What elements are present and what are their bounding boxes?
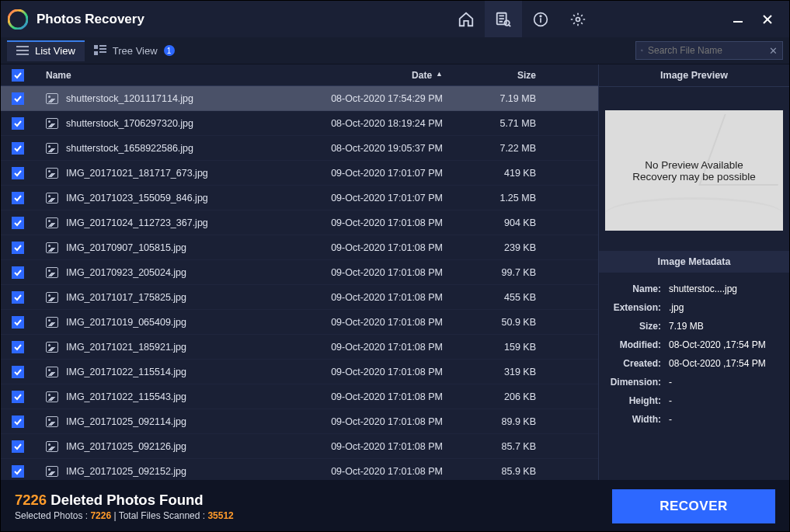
- tab-list-view[interactable]: List View: [7, 40, 85, 61]
- metadata-height: -: [669, 395, 781, 406]
- file-size: 85.7 KB: [466, 441, 552, 452]
- row-checkbox[interactable]: [12, 440, 24, 453]
- select-all-checkbox[interactable]: [12, 69, 24, 82]
- file-date: 09-Oct-2020 17:01:07 PM: [295, 168, 466, 179]
- file-name: IMG_20171023_155059_846.jpg: [66, 193, 208, 203]
- file-date: 09-Oct-2020 17:01:08 PM: [295, 267, 466, 278]
- recover-button[interactable]: RECOVER: [612, 489, 775, 523]
- table-row[interactable]: IMG_20171022_115514.jpg 09-Oct-2020 17:0…: [1, 360, 598, 384]
- table-row[interactable]: IMG_20170907_105815.jpg 09-Oct-2020 17:0…: [1, 235, 598, 260]
- table-row[interactable]: IMG_20171025_092126.jpg 09-Oct-2020 17:0…: [1, 434, 598, 459]
- image-file-icon: [46, 367, 58, 377]
- file-size: 904 KB: [466, 217, 552, 228]
- file-size: 99.7 KB: [466, 267, 552, 278]
- file-name: IMG_20171025_092152.jpg: [66, 466, 186, 477]
- search-clear-button[interactable]: ✕: [769, 45, 778, 57]
- row-checkbox[interactable]: [12, 416, 24, 428]
- file-name: IMG_20171025_092126.jpg: [66, 441, 186, 452]
- file-date: 09-Oct-2020 17:01:07 PM: [295, 193, 466, 203]
- scan-results-button[interactable]: [485, 1, 522, 37]
- file-name: shutterstock_1706297320.jpg: [66, 118, 193, 129]
- file-name: IMG_20170907_105815.jpg: [66, 242, 186, 253]
- file-name: IMG_20171024_112723_367.jpg: [66, 217, 208, 228]
- row-checkbox[interactable]: [12, 92, 24, 105]
- file-size: 85.9 KB: [466, 466, 552, 477]
- image-file-icon: [46, 267, 58, 278]
- row-checkbox[interactable]: [12, 192, 24, 204]
- app-title: Photos Recovery: [37, 12, 144, 27]
- file-date: 09-Oct-2020 17:01:08 PM: [295, 416, 466, 427]
- close-button[interactable]: [758, 10, 777, 29]
- row-checkbox[interactable]: [12, 217, 24, 229]
- svg-point-2: [504, 20, 509, 25]
- tab-tree-view[interactable]: Tree View 1: [85, 40, 184, 61]
- tree-view-badge: 1: [164, 45, 175, 56]
- row-checkbox[interactable]: [12, 341, 24, 353]
- file-size: 7.19 MB: [466, 93, 552, 104]
- column-header-name[interactable]: Name: [35, 70, 295, 81]
- table-row[interactable]: IMG_20171025_092114.jpg 09-Oct-2020 17:0…: [1, 409, 598, 434]
- column-header-size[interactable]: Size: [466, 70, 552, 81]
- svg-rect-15: [99, 48, 106, 50]
- file-list[interactable]: Name Date▲ Size shutterstock_1201117114.…: [1, 64, 598, 480]
- row-checkbox[interactable]: [12, 391, 24, 403]
- row-checkbox[interactable]: [12, 142, 24, 155]
- file-date: 08-Oct-2020 19:05:37 PM: [295, 143, 466, 154]
- svg-point-5: [540, 16, 541, 17]
- row-checkbox[interactable]: [12, 465, 24, 478]
- table-row[interactable]: IMG_20171021_185921.jpg 09-Oct-2020 17:0…: [1, 335, 598, 360]
- file-name: IMG_20171025_092114.jpg: [66, 416, 186, 427]
- image-file-icon: [46, 168, 58, 179]
- file-date: 09-Oct-2020 17:01:08 PM: [295, 242, 466, 253]
- row-checkbox[interactable]: [12, 266, 24, 279]
- home-button[interactable]: [447, 1, 485, 37]
- row-checkbox[interactable]: [12, 242, 24, 254]
- file-date: 09-Oct-2020 17:01:08 PM: [295, 441, 466, 452]
- table-row[interactable]: IMG_20171025_092152.jpg 09-Oct-2020 17:0…: [1, 459, 598, 480]
- minimize-button[interactable]: [729, 10, 747, 29]
- file-date: 09-Oct-2020 17:01:08 PM: [295, 367, 466, 377]
- summary-headline: 7226 Deleted Photos Found: [15, 492, 234, 509]
- metadata-dimension: -: [669, 377, 781, 388]
- file-size: 7.22 MB: [466, 143, 552, 154]
- table-row[interactable]: shutterstock_1706297320.jpg 08-Oct-2020 …: [1, 111, 598, 136]
- titlebar: Photos Recovery: [1, 1, 789, 37]
- row-checkbox[interactable]: [12, 117, 24, 130]
- search-box[interactable]: ✕: [635, 41, 783, 60]
- row-checkbox[interactable]: [12, 167, 24, 179]
- table-row[interactable]: IMG_20171017_175825.jpg 09-Oct-2020 17:0…: [1, 285, 598, 310]
- table-row[interactable]: shutterstock_1658922586.jpg 08-Oct-2020 …: [1, 136, 598, 161]
- info-button[interactable]: [522, 1, 559, 37]
- column-header-date[interactable]: Date▲: [295, 70, 466, 81]
- table-row[interactable]: IMG_20171019_065409.jpg 09-Oct-2020 17:0…: [1, 310, 598, 335]
- file-date: 09-Oct-2020 17:01:08 PM: [295, 342, 466, 353]
- metadata-size: 7.19 MB: [669, 321, 781, 332]
- file-date: 09-Oct-2020 17:01:08 PM: [295, 391, 466, 402]
- settings-button[interactable]: [559, 1, 597, 37]
- file-name: shutterstock_1658922586.jpg: [66, 143, 193, 154]
- file-size: 50.9 KB: [466, 317, 552, 328]
- row-checkbox[interactable]: [12, 291, 24, 304]
- side-panel: Image Preview No Preview Available Recov…: [598, 64, 789, 480]
- file-date: 09-Oct-2020 17:01:08 PM: [295, 317, 466, 328]
- table-row[interactable]: IMG_20171024_112723_367.jpg 09-Oct-2020 …: [1, 210, 598, 235]
- table-row[interactable]: IMG_20171022_115543.jpg 09-Oct-2020 17:0…: [1, 384, 598, 409]
- preview-thumbnail: No Preview Available Recovery may be pos…: [605, 110, 783, 231]
- table-row[interactable]: IMG_20170923_205024.jpg 09-Oct-2020 17:0…: [1, 260, 598, 285]
- table-row[interactable]: shutterstock_1201117114.jpg 08-Oct-2020 …: [1, 86, 598, 111]
- image-file-icon: [46, 342, 58, 353]
- svg-point-6: [576, 17, 579, 21]
- file-name: IMG_20171021_181717_673.jpg: [66, 168, 208, 179]
- tab-list-view-label: List View: [35, 45, 75, 57]
- file-name: IMG_20171017_175825.jpg: [66, 292, 186, 303]
- image-metadata-header: Image Metadata: [599, 251, 789, 273]
- image-file-icon: [46, 93, 58, 104]
- image-file-icon: [46, 466, 58, 477]
- table-row[interactable]: IMG_20171021_181717_673.jpg 09-Oct-2020 …: [1, 161, 598, 186]
- search-input[interactable]: [648, 45, 764, 56]
- row-checkbox[interactable]: [12, 366, 24, 378]
- metadata-name: shutterstoc....jpg: [669, 283, 781, 294]
- table-row[interactable]: IMG_20171023_155059_846.jpg 09-Oct-2020 …: [1, 186, 598, 210]
- row-checkbox[interactable]: [12, 316, 24, 329]
- view-tab-bar: List View Tree View 1 ✕: [1, 37, 789, 64]
